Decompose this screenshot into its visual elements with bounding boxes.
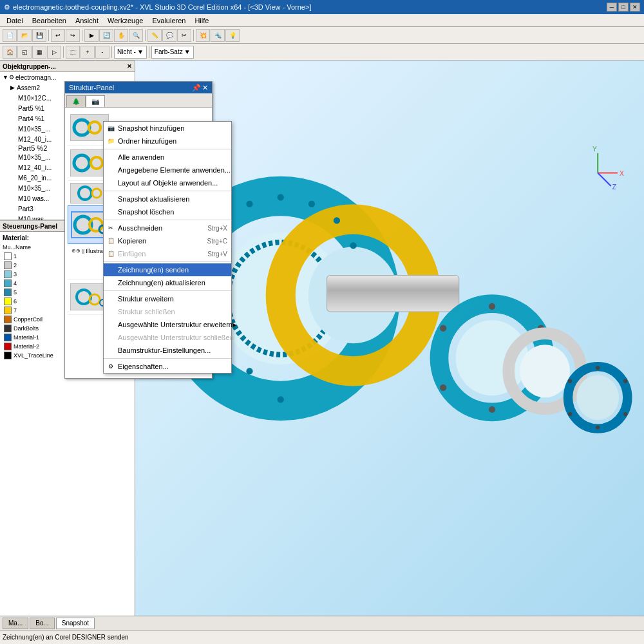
tree-label-part4: Part4 %1 bbox=[18, 115, 44, 122]
tree-label-m10-was-1: M10 was... bbox=[18, 195, 49, 202]
menu-hilfe[interactable]: Hilfe bbox=[191, 15, 213, 26]
tb2-farb-dropdown[interactable]: Farb-Satz▼ bbox=[151, 46, 194, 59]
tree-label-m6: M6_20_in... bbox=[18, 175, 52, 182]
tree-label-m10-was-2: M10 was... bbox=[18, 216, 49, 221]
ctx-unterstruktur-schliessen[interactable]: Ausgewählte Unterstruktur schließen bbox=[104, 331, 231, 344]
ctx-sep-3 bbox=[104, 220, 231, 220]
tb2-fit[interactable]: ⬚ bbox=[66, 46, 80, 59]
ctx-einfuegen[interactable]: 📋 Einfügen Strg+V bbox=[104, 247, 231, 260]
ctx-angegebene[interactable]: Angegebene Elemente anwenden... bbox=[104, 164, 231, 176]
object-groups-header: Objektgruppen-... ✕ bbox=[0, 61, 135, 72]
context-menu: 📷 Snapshot hinzufügen 📁 Ordner hinzufüge… bbox=[103, 121, 232, 374]
struktur-title: Struktur-Panel bbox=[69, 84, 114, 91]
menu-evaluieren[interactable]: Evaluieren bbox=[148, 15, 189, 26]
tb-sep-4 bbox=[193, 30, 194, 41]
ctx-zeichnung-aktualisieren[interactable]: Zeichnung(en) aktualisieren bbox=[104, 276, 231, 289]
menu-werkzeuge[interactable]: Werkzeuge bbox=[104, 15, 147, 26]
menu-bar: Datei Bearbeiten Ansicht Werkzeuge Evalu… bbox=[0, 14, 644, 27]
ctx-unterstruktur-erweitern[interactable]: Ausgewählte Unterstruktur erweitern ▶ bbox=[104, 318, 231, 331]
ctx-layout[interactable]: Layout auf Objekte anwenden... bbox=[104, 176, 231, 189]
menu-datei[interactable]: Datei bbox=[3, 15, 27, 26]
status-bar: Zeichnung(en) an Corel DESIGNER senden bbox=[0, 630, 644, 644]
menu-ansicht[interactable]: Ansicht bbox=[71, 15, 102, 26]
status-tab-snapshot[interactable]: Snapshot bbox=[56, 618, 95, 629]
svg-point-47 bbox=[92, 189, 101, 198]
status-tab-ma[interactable]: Ma... bbox=[3, 618, 28, 629]
ctx-sep-1 bbox=[104, 149, 231, 149]
struktur-tab-tree[interactable]: 🌲 bbox=[66, 95, 86, 107]
struktur-tab-snap[interactable]: 📷 bbox=[86, 95, 105, 107]
tb2-sep-2 bbox=[111, 46, 112, 58]
ctx-cut-icon: ✂ bbox=[106, 223, 115, 232]
tree-label-m12: M12_40_i... bbox=[18, 136, 52, 143]
ctx-alle-anwenden[interactable]: Alle anwenden bbox=[104, 151, 231, 164]
ctx-sep-4 bbox=[104, 261, 231, 262]
ctx-kopieren[interactable]: 📋 Kopieren Strg+C bbox=[104, 234, 231, 247]
ctx-snapshot-aktualisieren[interactable]: Snapshot aktualisieren bbox=[104, 193, 231, 205]
ctx-eigenschaften[interactable]: ⚙ Eigenschaften... bbox=[104, 360, 231, 373]
svg-rect-5 bbox=[327, 276, 459, 312]
tb2-sep-1 bbox=[63, 46, 64, 58]
ctx-ausschneiden[interactable]: ✂ Ausschneiden Strg+X bbox=[104, 222, 231, 234]
tb-pan[interactable]: ✋ bbox=[114, 29, 128, 42]
maximize-button[interactable]: □ bbox=[618, 3, 629, 12]
tb-open[interactable]: 📂 bbox=[17, 29, 32, 42]
ctx-struktur-erweitern[interactable]: Struktur erweitern bbox=[104, 292, 231, 305]
svg-point-46 bbox=[79, 187, 91, 200]
ctx-snapshot-loeschen[interactable]: Snapshot löschen bbox=[104, 205, 231, 218]
tb-redo[interactable]: ↪ bbox=[66, 29, 80, 42]
toolbar-2: 🏠 ◱ ▦ ▷ ⬚ + - Nicht -▼ Farb-Satz▼ bbox=[0, 44, 644, 61]
tb-new[interactable]: 📄 bbox=[3, 29, 17, 42]
tree-label-root: electromagn... bbox=[15, 74, 56, 81]
ctx-snapshot-hinzufuegen[interactable]: 📷 Snapshot hinzufügen bbox=[104, 122, 231, 135]
tb-rotate[interactable]: 🔄 bbox=[99, 29, 113, 42]
ctx-sep-5 bbox=[104, 290, 231, 291]
ctx-baumstruktur-einstellungen[interactable]: Baumstruktur-Einstellungen... bbox=[104, 344, 231, 357]
status-tabs: Ma... Bo... Snapshot bbox=[0, 616, 644, 630]
status-tab-bo[interactable]: Bo... bbox=[30, 618, 55, 629]
svg-point-12 bbox=[440, 384, 446, 391]
ctx-arrow-icon: ▶ bbox=[232, 322, 236, 328]
svg-text:X: X bbox=[620, 170, 624, 177]
tb-zoom[interactable]: 🔍 bbox=[129, 29, 143, 42]
struktur-close[interactable]: ✕ bbox=[202, 84, 208, 92]
ctx-properties-icon: ⚙ bbox=[106, 362, 115, 371]
struktur-pin[interactable]: 📌 bbox=[192, 84, 201, 92]
tb2-zoomin[interactable]: + bbox=[80, 46, 95, 59]
tb-measure[interactable]: 📏 bbox=[147, 29, 162, 42]
svg-point-51 bbox=[77, 290, 91, 304]
ctx-struktur-schliessen[interactable]: Struktur schließen bbox=[104, 305, 231, 318]
ctx-sep-6 bbox=[104, 358, 231, 359]
tb-save[interactable]: 💾 bbox=[32, 29, 46, 42]
svg-point-25 bbox=[308, 201, 315, 207]
tb2-zoomout[interactable]: - bbox=[95, 46, 109, 59]
tb-light[interactable]: 💡 bbox=[225, 29, 240, 42]
svg-point-44 bbox=[74, 155, 90, 171]
ctx-ordner-hinzufuegen[interactable]: 📁 Ordner hinzufügen bbox=[104, 135, 231, 147]
tb2-nicht-dropdown[interactable]: Nicht -▼ bbox=[114, 46, 147, 59]
tb-explode[interactable]: 💥 bbox=[196, 29, 210, 42]
tb2-right[interactable]: ▷ bbox=[47, 46, 61, 59]
svg-point-21 bbox=[596, 425, 600, 429]
tree-label-m10x35-2: M10×35_... bbox=[18, 154, 50, 161]
svg-point-19 bbox=[623, 379, 627, 383]
status-text: Zeichnung(en) an Corel DESIGNER senden bbox=[3, 634, 129, 641]
title-bar-controls: ─ □ ✕ bbox=[607, 3, 640, 12]
tree-label-m10x12: M10×12C... bbox=[18, 95, 52, 102]
tb-parts[interactable]: 🔩 bbox=[211, 29, 225, 42]
ctx-zeichnung-senden[interactable]: Zeichnung(en) senden bbox=[104, 263, 231, 276]
tb2-top[interactable]: ▦ bbox=[32, 46, 46, 59]
svg-point-13 bbox=[440, 325, 446, 331]
object-groups-close[interactable]: ✕ bbox=[127, 63, 132, 70]
tb-annotate[interactable]: 💬 bbox=[162, 29, 176, 42]
menu-bearbeiten[interactable]: Bearbeiten bbox=[28, 15, 70, 26]
tb-undo[interactable]: ↩ bbox=[51, 29, 65, 42]
tb2-front[interactable]: ◱ bbox=[17, 46, 32, 59]
ctx-snapshot-icon: 📷 bbox=[106, 124, 115, 133]
tb-select[interactable]: ▶ bbox=[84, 29, 99, 42]
ctx-sep-2 bbox=[104, 191, 231, 191]
tb-section[interactable]: ✂ bbox=[177, 29, 191, 42]
close-button[interactable]: ✕ bbox=[630, 3, 640, 12]
minimize-button[interactable]: ─ bbox=[607, 3, 617, 12]
tb2-home[interactable]: 🏠 bbox=[3, 46, 17, 59]
